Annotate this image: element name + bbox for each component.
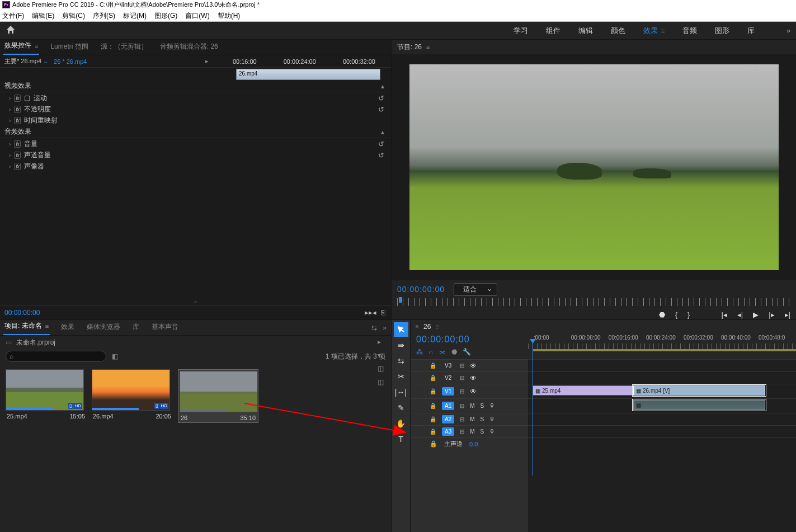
mic-icon[interactable]: 🎙	[489, 429, 495, 435]
menu-clip[interactable]: 剪辑(C)	[62, 10, 85, 21]
ec-video-fx-header[interactable]: 视频效果▴	[0, 80, 391, 92]
ec-prop-channelvol[interactable]: ›fx声道音量↺	[0, 149, 391, 161]
menu-lines-icon[interactable]: ≡	[426, 44, 430, 50]
go-to-out-icon[interactable]: ▸|	[785, 310, 790, 319]
tab-effects[interactable]: 效果	[60, 320, 76, 335]
menu-mark[interactable]: 标记(M)	[123, 10, 147, 21]
ec-timecode[interactable]: 00:00:00:00	[0, 309, 40, 317]
mic-icon[interactable]: 🎙	[489, 403, 495, 409]
eye-icon[interactable]: 👁	[470, 388, 477, 396]
timeline-playhead[interactable]	[533, 341, 533, 475]
type-tool[interactable]: T	[394, 432, 408, 446]
track-header-a2[interactable]: 🔒A2⊟MS🎙	[411, 415, 528, 423]
track-header-a1[interactable]: 🔒A1⊟MS🎙	[411, 402, 528, 410]
workspace-editing[interactable]: 编辑	[569, 26, 602, 36]
menu-graphics[interactable]: 图形(G)	[154, 10, 177, 21]
marker-add-icon[interactable]: ⬣	[659, 310, 665, 319]
tab-program[interactable]: 节目: 26	[397, 43, 422, 52]
tab-source[interactable]: 源：（无剪辑）	[100, 40, 149, 55]
workspace-libraries[interactable]: 库	[738, 26, 764, 36]
project-item-26mp4[interactable]: ▯HD 26.mp420:05	[92, 369, 172, 423]
ec-prop-timeremap[interactable]: ›fx时间重映射	[0, 115, 391, 126]
track-header-a3[interactable]: 🔒A3⊟MS🎙	[411, 427, 528, 436]
track-header-v2[interactable]: 🔒V2⊟👁	[411, 374, 528, 382]
tab-libraries[interactable]: 库	[131, 320, 140, 335]
lock-icon[interactable]: 🔒	[430, 388, 436, 394]
home-icon[interactable]	[6, 25, 20, 36]
workspace-graphics[interactable]: 图形	[706, 26, 738, 36]
filter-icon[interactable]: ◧	[112, 352, 118, 360]
search-input[interactable]: ⌕	[6, 351, 106, 362]
reset-icon[interactable]: ↺	[378, 94, 384, 102]
ec-clip-bar[interactable]: 26.mp4	[236, 69, 380, 80]
new-item-icon[interactable]: ▸	[378, 338, 389, 346]
playhead-marker-icon[interactable]: ▸	[205, 58, 209, 65]
workspace-learn[interactable]: 学习	[505, 26, 537, 36]
clip-26mp4-v1[interactable]: ▦26.mp4 [V]	[633, 385, 765, 396]
tab-audio-mixer[interactable]: 音频剪辑混合器: 26	[159, 40, 219, 55]
tab-media-browser[interactable]: 媒体浏览器	[86, 320, 121, 335]
link-icon[interactable]: ⫘	[439, 348, 446, 356]
ec-sequence-clip[interactable]: 26 * 26.mp4	[54, 58, 87, 65]
magnet-icon[interactable]: ∩	[428, 348, 434, 356]
step-fwd-icon[interactable]: |▸	[769, 310, 774, 319]
master-track[interactable]: 🔒主声道0.0	[411, 437, 528, 450]
lock-icon[interactable]: 🔒	[430, 362, 436, 369]
ec-prop-opacity[interactable]: ›fx不透明度↺	[0, 103, 391, 115]
settings-icon[interactable]: 🔧	[463, 348, 471, 356]
menu-lines-icon[interactable]: ≡	[435, 323, 439, 330]
menu-help[interactable]: 帮助(H)	[218, 10, 241, 21]
project-item-25mp4[interactable]: ▯HD 25.mp415:05	[6, 369, 86, 423]
mark-out-icon[interactable]: }	[687, 310, 690, 319]
snap-icon[interactable]: ⁂	[416, 348, 423, 356]
clip-icon[interactable]: ◫	[378, 378, 389, 386]
clip-26mp4-a1[interactable]: ▦	[633, 400, 765, 410]
menu-file[interactable]: 文件(F)	[2, 10, 24, 21]
play-icon[interactable]: ▶	[753, 310, 759, 319]
clip-25mp4-v1[interactable]: ▦25.mp4	[533, 385, 633, 396]
pen-tool[interactable]: ✎	[394, 401, 408, 415]
marker-icon[interactable]: ⬣	[451, 348, 457, 356]
ripple-tool[interactable]: ⇆	[394, 354, 408, 368]
step-back-icon[interactable]: ◂|	[737, 310, 743, 319]
reset-icon[interactable]: ↺	[378, 105, 384, 114]
timeline-ruler[interactable]: :00:00 00:00:08:00 00:00:16:00 00:00:24:…	[528, 335, 796, 341]
eye-icon[interactable]: 👁	[470, 374, 477, 382]
program-ruler[interactable]	[397, 298, 790, 306]
workspace-assembly[interactable]: 组件	[537, 26, 569, 36]
ec-prop-panner[interactable]: ›fx声像器	[0, 161, 391, 172]
razor-tool[interactable]: ✂	[394, 369, 408, 384]
menu-edit[interactable]: 编辑(E)	[32, 10, 54, 21]
program-playhead[interactable]	[399, 297, 402, 303]
track-header-v3[interactable]: 🔒V3⊟👁	[411, 361, 528, 370]
overflow-icon[interactable]: »	[786, 27, 790, 35]
tab-essential-sound[interactable]: 基本声音	[150, 320, 180, 335]
reset-icon[interactable]: ↺	[378, 140, 384, 148]
workspace-effects[interactable]: 效果≡	[634, 26, 673, 36]
tab-lumetri[interactable]: Lumetri 范围	[49, 40, 89, 55]
menu-window[interactable]: 窗口(W)	[185, 10, 209, 21]
tab-sequence[interactable]: 26	[423, 323, 431, 331]
tab-overflow[interactable]: ⇆ »	[370, 322, 388, 335]
ec-audio-fx-header[interactable]: 音频效果▴	[0, 126, 391, 138]
write-icon[interactable]: ▾	[378, 351, 389, 359]
tab-project[interactable]: 项目: 未命名≡	[3, 319, 50, 335]
hand-tool[interactable]: ✋	[394, 416, 408, 431]
track-select-tool[interactable]: ⇛	[394, 338, 408, 352]
loop-icon[interactable]: ▸▸◂	[365, 308, 376, 317]
track-header-v1[interactable]: 🔒V1⊟👁	[411, 387, 528, 396]
program-monitor-frame[interactable]	[409, 64, 779, 270]
tab-effect-controls[interactable]: 效果控件≡	[3, 39, 39, 55]
export-icon[interactable]: ⎘	[381, 308, 385, 317]
selection-tool[interactable]	[394, 322, 408, 337]
project-item-sequence-26[interactable]: 2635:10	[178, 369, 258, 423]
program-timecode[interactable]: 00:00:00:00	[397, 285, 445, 294]
lock-icon[interactable]: 🔒	[430, 416, 436, 422]
bin-icon[interactable]: ▭	[6, 338, 12, 346]
mic-icon[interactable]: 🎙	[489, 416, 495, 422]
workspace-audio[interactable]: 音频	[673, 26, 706, 36]
menu-sequence[interactable]: 序列(S)	[93, 10, 115, 21]
mark-in-icon[interactable]: {	[675, 310, 677, 319]
timeline-timecode[interactable]: 00:00:00;00	[416, 333, 528, 345]
workspace-color[interactable]: 颜色	[602, 26, 634, 36]
